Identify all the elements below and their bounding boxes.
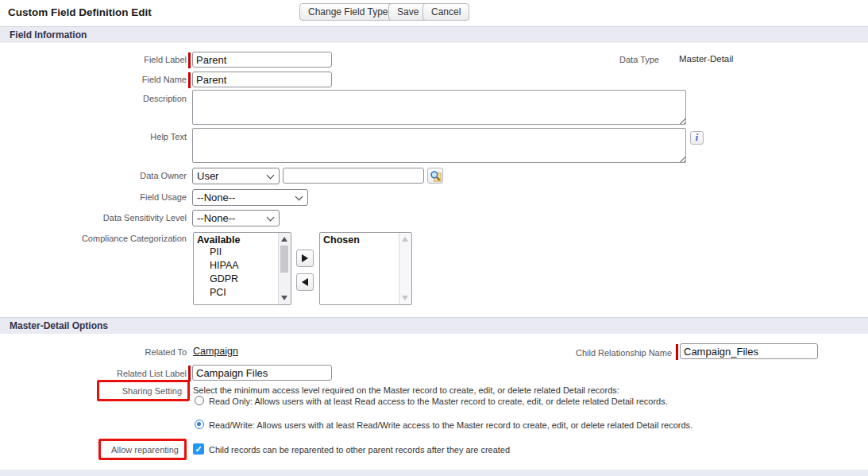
allow-reparenting-checkbox[interactable]: ✓ bbox=[193, 443, 204, 455]
description-label: Description bbox=[0, 94, 187, 103]
child-relationship-name-label: Child Relationship Name bbox=[484, 348, 672, 358]
chosen-listbox-header: Chosen bbox=[320, 233, 411, 246]
left-arrow-icon bbox=[302, 278, 308, 286]
list-item[interactable]: HIPAA bbox=[194, 259, 291, 273]
compliance-categorization-label: Compliance Categorization bbox=[0, 234, 187, 243]
read-write-radio[interactable] bbox=[195, 420, 204, 429]
info-icon: i bbox=[696, 132, 698, 144]
data-type-label: Data Type bbox=[556, 55, 659, 64]
scroll-up-icon[interactable] bbox=[281, 237, 287, 242]
help-text-textarea[interactable] bbox=[192, 128, 686, 163]
related-to-link[interactable]: Campaign bbox=[193, 346, 238, 357]
field-usage-value: --None-- bbox=[197, 192, 235, 203]
data-owner-entity-select[interactable]: User bbox=[192, 168, 280, 184]
master-detail-options-section-header: Master-Detail Options bbox=[0, 317, 868, 334]
list-item[interactable]: GDPR bbox=[194, 273, 291, 286]
read-only-radio[interactable] bbox=[195, 396, 204, 405]
chosen-listbox[interactable]: Chosen bbox=[319, 232, 412, 305]
required-marker bbox=[676, 344, 678, 360]
related-to-label: Related To bbox=[0, 347, 187, 357]
chevron-down-icon bbox=[267, 172, 275, 180]
data-sensitivity-level-value: --None-- bbox=[197, 212, 235, 224]
scroll-down-icon[interactable] bbox=[281, 296, 287, 300]
sharing-setting-annotation-box: Sharing Setting bbox=[97, 380, 190, 401]
data-owner-lookup-button[interactable] bbox=[427, 168, 443, 184]
related-list-label-label: Related List Label bbox=[0, 369, 187, 378]
child-relationship-name-input[interactable] bbox=[680, 343, 818, 359]
data-owner-entity-value: User bbox=[197, 170, 218, 182]
master-detail-options-section-title: Master-Detail Options bbox=[10, 320, 108, 331]
add-to-chosen-button[interactable] bbox=[296, 250, 314, 267]
scroll-down-icon bbox=[402, 296, 408, 300]
field-usage-label: Field Usage bbox=[0, 192, 187, 202]
field-information-section-title: Field Information bbox=[10, 29, 87, 41]
data-type-value: Master-Detail bbox=[679, 54, 733, 64]
chevron-down-icon bbox=[295, 193, 303, 201]
custom-field-definition-edit-page: { "header": { "title": "Custom Field Def… bbox=[0, 0, 868, 476]
required-marker bbox=[188, 366, 191, 381]
allow-reparenting-annotation-box: Allow reparenting bbox=[98, 439, 187, 460]
field-label-input[interactable] bbox=[192, 52, 332, 68]
available-listbox-header: Available bbox=[194, 233, 291, 246]
help-text-info-button[interactable]: i bbox=[690, 131, 704, 145]
lookup-icon bbox=[430, 170, 442, 182]
allow-reparenting-checkbox-label: Child records can be reparented to other… bbox=[209, 445, 510, 455]
chevron-down-icon bbox=[267, 214, 275, 222]
change-field-type-button[interactable]: Change Field Type bbox=[299, 3, 397, 21]
page-title: Custom Field Definition Edit bbox=[8, 6, 152, 18]
field-name-input[interactable] bbox=[192, 72, 332, 87]
data-owner-label: Data Owner bbox=[0, 171, 187, 180]
available-listbox[interactable]: Available PII HIPAA GDPR PCI bbox=[193, 232, 291, 305]
section-footer-bar bbox=[0, 470, 868, 476]
field-information-section-header: Field Information bbox=[0, 26, 868, 43]
data-sensitivity-level-label: Data Sensitivity Level bbox=[0, 213, 187, 223]
read-only-radio-label: Read Only: Allows users with at least Re… bbox=[209, 397, 668, 406]
data-owner-search-input[interactable] bbox=[283, 168, 424, 184]
help-text-label: Help Text bbox=[0, 132, 187, 141]
allow-reparenting-label: Allow reparenting bbox=[111, 445, 179, 455]
related-list-label-input[interactable] bbox=[192, 365, 332, 381]
cancel-button[interactable]: Cancel bbox=[422, 3, 469, 21]
scrollbar-thumb[interactable] bbox=[280, 246, 288, 273]
list-item[interactable]: PII bbox=[194, 246, 291, 259]
sharing-setting-label: Sharing Setting bbox=[122, 386, 182, 396]
required-marker bbox=[188, 52, 191, 68]
scroll-up-icon bbox=[402, 237, 408, 242]
data-sensitivity-level-select[interactable]: --None-- bbox=[192, 210, 280, 226]
required-marker bbox=[188, 72, 191, 88]
scrollbar[interactable] bbox=[278, 233, 291, 304]
sharing-setting-intro: Select the minimum access level required… bbox=[193, 385, 619, 395]
field-name-label: Field Name bbox=[0, 75, 187, 84]
field-usage-select[interactable]: --None-- bbox=[192, 189, 308, 206]
field-label-label: Field Label bbox=[0, 55, 187, 64]
scrollbar[interactable] bbox=[399, 233, 411, 304]
remove-from-chosen-button[interactable] bbox=[296, 273, 314, 291]
list-item[interactable]: PCI bbox=[194, 286, 291, 300]
read-write-radio-label: Read/Write: Allows users with at least R… bbox=[209, 420, 692, 430]
save-button[interactable]: Save bbox=[388, 3, 427, 21]
description-textarea[interactable] bbox=[192, 90, 686, 125]
check-icon: ✓ bbox=[195, 443, 202, 455]
right-arrow-icon bbox=[302, 254, 308, 262]
